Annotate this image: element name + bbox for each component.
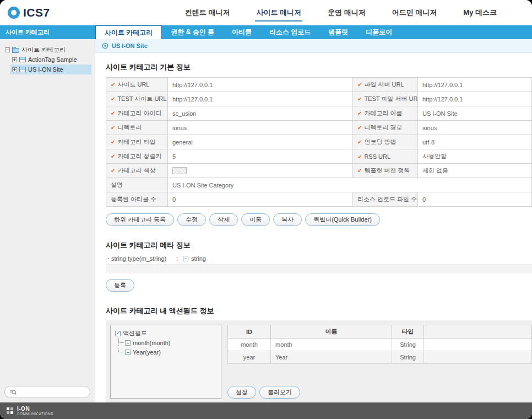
actionfield-actions: 설정 불러오기 (227, 386, 532, 399)
table-row: 설명 US I-ON Site Category (106, 178, 532, 192)
tab-resource-upload[interactable]: 리소스 업로드 (260, 25, 319, 39)
field-label-text: 사이트 URL (117, 81, 149, 88)
table-row: year Year String (228, 351, 532, 364)
register-button[interactable]: 등록 (106, 279, 134, 292)
move-button[interactable]: 이동 (241, 213, 270, 226)
meta-field-value: string (191, 255, 206, 262)
tree-item-label: ActionTag Sample (28, 56, 77, 63)
field-label: 카테고리 이름 (353, 106, 418, 121)
tab-template[interactable]: 템플릿 (319, 25, 357, 39)
cell-empty (424, 339, 532, 351)
tree-item-actiontag-sample[interactable]: ActionTag Sample (10, 55, 91, 65)
cell-empty (424, 351, 532, 364)
nav-admin-manager[interactable]: 어드민 매니저 (392, 0, 437, 25)
field-label: 인코딩 방법 (353, 135, 418, 149)
table-row: 카테고리 색상 템플릿 버전 정책 제한 없음 (106, 164, 532, 178)
copy-button[interactable]: 복사 (273, 213, 302, 226)
field-label-text: 카테고리 타입 (117, 138, 155, 145)
tree-item-us-ion-site[interactable]: US I-ON Site (10, 65, 91, 74)
search-input[interactable] (19, 389, 85, 395)
field-value: US I-ON Site Category (168, 178, 532, 192)
required-check-icon (111, 124, 117, 131)
field-label-text: 템플릿 버전 정책 (364, 167, 410, 174)
cell-type: String (392, 339, 424, 351)
logo-icon (8, 7, 20, 19)
cell-type: String (392, 351, 424, 364)
field-label: 디렉토리 (106, 121, 168, 135)
field-label: 사이트 URL (106, 78, 168, 92)
table-row: 카테고리 아이디 sc_usion 카테고리 이름 US I-ON Site (106, 106, 532, 121)
delete-button[interactable]: 삭제 (209, 213, 238, 226)
meta-field-list: string type(m_string) : string (106, 253, 532, 273)
table-row: 디렉토리 ionus 디렉토리 경로 ionus (106, 121, 532, 135)
field-value: 5 (168, 149, 353, 164)
field-label: 파일 서버 URL (353, 78, 418, 92)
field-label-text: 인코딩 방법 (364, 138, 396, 145)
ion-logo-icon (7, 407, 14, 415)
field-label: 등록된 아티클 수 (106, 192, 168, 207)
field-label-text: 카테고리 색상 (117, 167, 155, 174)
top-nav: 컨텐트 매니저 사이트 매니저 운영 매니저 어드민 매니저 My 데스크 (185, 0, 497, 25)
collapse-icon[interactable] (5, 47, 10, 52)
sidebar-search-box[interactable] (4, 386, 90, 398)
quick-builder-button[interactable]: 퀵빌더(Quick Builder) (305, 213, 380, 226)
configure-button[interactable]: 설정 (227, 386, 256, 399)
table-row: month month String (228, 339, 532, 351)
logo-text: ICS7 (23, 6, 50, 19)
cell-id: year (228, 351, 271, 364)
field-label: TEST 사이트 URL (106, 92, 168, 106)
tree-item-site-category-root[interactable]: 사이트 카테고리 (3, 45, 91, 55)
category-color-swatch (172, 167, 187, 174)
field-value: sc_usion (168, 106, 353, 121)
sidebar-panel-title: 사이트 카테고리 (0, 25, 95, 39)
field-label-text: 디렉토리 (117, 124, 142, 131)
checkbox-actionfield-root[interactable] (115, 331, 121, 336)
add-subcategory-button[interactable]: 하위 카테고리 등록 (106, 213, 174, 226)
actionfield-panel: 액션필드 month(month) Year(year) (106, 320, 532, 402)
edit-button[interactable]: 수정 (177, 213, 206, 226)
nav-my-desk[interactable]: My 데스크 (463, 0, 497, 25)
field-value: ionus (168, 121, 353, 135)
tab-site-category[interactable]: 사이트 카테고리 (95, 25, 162, 39)
expand-icon[interactable] (12, 67, 17, 72)
actionfield-item-month[interactable]: month(month) (117, 338, 216, 347)
actionfield-root-item[interactable]: 액션필드 (115, 329, 216, 338)
field-label-text: RSS URL (364, 153, 390, 160)
checkbox-year[interactable] (125, 350, 131, 355)
checkbox-icon[interactable] (183, 256, 188, 261)
actionfield-item-label: Year(year) (133, 349, 161, 356)
checkbox-month[interactable] (125, 340, 131, 346)
cell-name: month (271, 339, 392, 351)
breadcrumb: US I-ON Site (95, 39, 532, 53)
tab-article[interactable]: 아티클 (223, 25, 260, 39)
field-label-text: TEST 사이트 URL (117, 95, 166, 102)
expand-icon[interactable] (12, 57, 17, 62)
nav-site-manager[interactable]: 사이트 매니저 (256, 0, 301, 25)
tab-permission-approval[interactable]: 권한 & 승인 룰 (162, 25, 223, 39)
tree-item-label: 사이트 카테고리 (21, 46, 66, 54)
tab-deploy[interactable]: 디플로이 (357, 25, 401, 39)
field-label: TEST 파일 서버 URL (353, 92, 418, 106)
field-label-text: 등록된 아티클 수 (111, 196, 156, 202)
meta-field-separator: : (176, 255, 178, 262)
required-check-icon (357, 153, 364, 160)
load-button[interactable]: 불러오기 (259, 386, 300, 399)
required-check-icon (357, 110, 364, 116)
nav-content-manager[interactable]: 컨텐트 매니저 (185, 0, 230, 25)
meta-info-title: 사이트 카테고리 메타 정보 (106, 240, 532, 250)
field-label-text: 카테고리 아이디 (117, 110, 161, 116)
basic-info-title: 사이트 카테고리 기본 정보 (106, 62, 532, 72)
nav-operation-manager[interactable]: 운영 매니저 (328, 0, 366, 25)
field-label-text: TEST 파일 서버 URL (364, 95, 417, 102)
basic-info-table: 사이트 URL http://127.0.0.1 파일 서버 URL http:… (106, 77, 532, 207)
top-header: ICS7 컨텐트 매니저 사이트 매니저 운영 매니저 어드민 매니저 My 데… (0, 0, 532, 25)
app-logo[interactable]: ICS7 (0, 6, 116, 19)
meta-actions: 등록 (106, 279, 532, 292)
required-check-icon (111, 81, 117, 88)
category-tree: 사이트 카테고리 ActionTag Sample US I-ON Site (0, 39, 95, 382)
field-value: http://127.0.0.1 (168, 78, 353, 92)
footer-brand: I-ON COMMUNICATIONS (17, 406, 53, 416)
actionfield-table: ID 이름 타입 month month String (227, 325, 532, 364)
table-row: 카테고리 타입 general 인코딩 방법 utf-8 (106, 135, 532, 149)
actionfield-item-year[interactable]: Year(year) (117, 347, 216, 357)
